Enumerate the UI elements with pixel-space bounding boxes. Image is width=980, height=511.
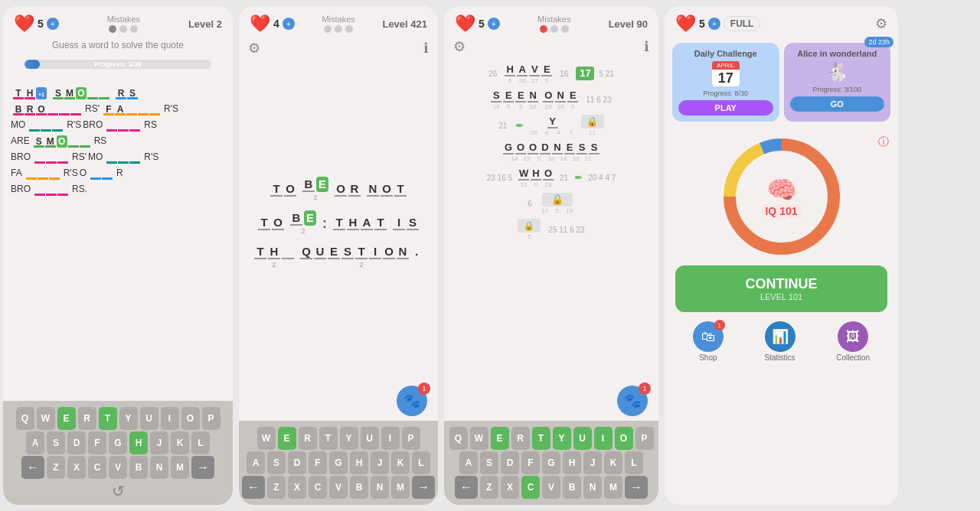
key-T[interactable]: T [99,407,117,430]
key3-F[interactable]: F [521,451,540,474]
info-button-3[interactable]: ℹ [644,38,649,55]
key3-B[interactable]: B [563,476,581,499]
key-V[interactable]: V [109,456,127,479]
key2-S[interactable]: S [267,451,286,474]
key3-I[interactable]: I [594,427,612,450]
key-I[interactable]: I [161,407,179,430]
key3-backspace[interactable]: ← [455,476,478,499]
settings-button-2[interactable]: ⚙ [248,40,260,57]
key2-R[interactable]: R [299,427,317,450]
key3-G[interactable]: G [542,451,560,474]
key3-J[interactable]: J [583,451,602,474]
key2-M[interactable]: M [391,476,410,499]
key-L[interactable]: L [191,431,210,454]
key2-Z[interactable]: Z [267,476,286,499]
key2-enter[interactable]: → [412,476,435,499]
key3-P[interactable]: P [635,427,654,450]
key-P[interactable]: P [202,407,220,430]
info-button-2[interactable]: ℹ [423,40,429,57]
key3-L[interactable]: L [625,451,643,474]
key-Q[interactable]: Q [16,407,34,430]
key2-P[interactable]: P [402,427,420,450]
settings-button-3[interactable]: ⚙ [453,38,466,55]
info-icon-iq[interactable]: ⓘ [878,135,889,149]
key-O[interactable]: O [181,407,200,430]
key-M[interactable]: M [171,456,189,479]
key-C[interactable]: C [88,456,106,479]
key-W[interactable]: W [37,407,55,430]
settings-button-4[interactable]: ⚙ [875,15,887,32]
key2-backspace[interactable]: ← [242,476,265,499]
statistics-item[interactable]: 📊 Statistics [765,321,795,362]
key-backspace[interactable]: ← [21,456,44,479]
key3-E[interactable]: E [491,427,509,450]
key-H[interactable]: H [129,431,148,454]
key2-G[interactable]: G [329,451,348,474]
hint-bubble[interactable]: 🐾 1 [397,386,427,416]
key3-S[interactable]: S [480,451,498,474]
key-F[interactable]: F [88,431,106,454]
daily-challenge-card[interactable]: Daily Challenge APRIL 17 Progress: 8/30 … [672,43,779,122]
alice-card[interactable]: 2d 23h Alice in wonderland 🐇 Progress: 3… [784,43,891,122]
key2-F[interactable]: F [309,451,327,474]
key-B[interactable]: B [129,456,148,479]
key3-A[interactable]: A [459,451,478,474]
key-Y[interactable]: Y [119,407,138,430]
key2-A[interactable]: A [247,451,265,474]
add-lives-button-4[interactable]: + [708,18,720,30]
key3-Z[interactable]: Z [480,476,498,499]
key2-C[interactable]: C [309,476,327,499]
key2-N[interactable]: N [371,476,389,499]
key2-V[interactable]: V [329,476,348,499]
key3-W[interactable]: W [470,427,488,450]
key-N[interactable]: N [150,456,168,479]
key3-T[interactable]: T [532,427,550,450]
key2-L[interactable]: L [412,451,430,474]
collection-item[interactable]: 🖼 Collection [836,321,870,362]
go-button[interactable]: GO [790,96,885,112]
key3-M[interactable]: M [604,476,622,499]
key-S[interactable]: S [47,431,65,454]
key3-C[interactable]: C [521,476,540,499]
key-R[interactable]: R [78,407,96,430]
key2-H[interactable]: H [350,451,368,474]
shop-item[interactable]: 🛍 1 Shop [693,321,724,362]
key3-N[interactable]: N [583,476,602,499]
key2-X[interactable]: X [288,476,306,499]
key3-enter[interactable]: → [625,476,648,499]
key3-Q[interactable]: Q [449,427,468,450]
play-button[interactable]: PLAY [678,100,773,116]
key2-K[interactable]: K [391,451,410,474]
continue-button[interactable]: CONTINUE LEVEL 101 [675,265,887,312]
key3-U[interactable]: U [573,427,592,450]
key2-T[interactable]: T [319,427,338,450]
key2-B[interactable]: B [350,476,368,499]
key2-D[interactable]: D [288,451,306,474]
key2-W[interactable]: W [257,427,276,450]
key3-D[interactable]: D [501,451,519,474]
key-X[interactable]: X [67,456,86,479]
key-J[interactable]: J [150,431,168,454]
key3-X[interactable]: X [501,476,519,499]
add-lives-button[interactable]: + [47,18,59,30]
key-U[interactable]: U [140,407,158,430]
key2-I[interactable]: I [381,427,400,450]
hint-bubble-3[interactable]: 🐾 1 [617,386,648,416]
key-A[interactable]: A [26,431,44,454]
key3-H[interactable]: H [563,451,581,474]
key3-K[interactable]: K [604,451,622,474]
key-D[interactable]: D [67,431,86,454]
key3-R[interactable]: R [511,427,530,450]
key-E[interactable]: E [57,407,76,430]
key2-U[interactable]: U [361,427,379,450]
key3-V[interactable]: V [542,476,560,499]
add-lives-button-2[interactable]: + [283,18,295,30]
key2-J[interactable]: J [371,451,389,474]
key-Z[interactable]: Z [47,456,65,479]
key2-E[interactable]: E [278,427,296,450]
key-K[interactable]: K [171,431,189,454]
reset-button[interactable]: ↺ [6,482,230,500]
key-G[interactable]: G [109,431,127,454]
key2-Y[interactable]: Y [340,427,358,450]
add-lives-button-3[interactable]: + [488,18,500,30]
